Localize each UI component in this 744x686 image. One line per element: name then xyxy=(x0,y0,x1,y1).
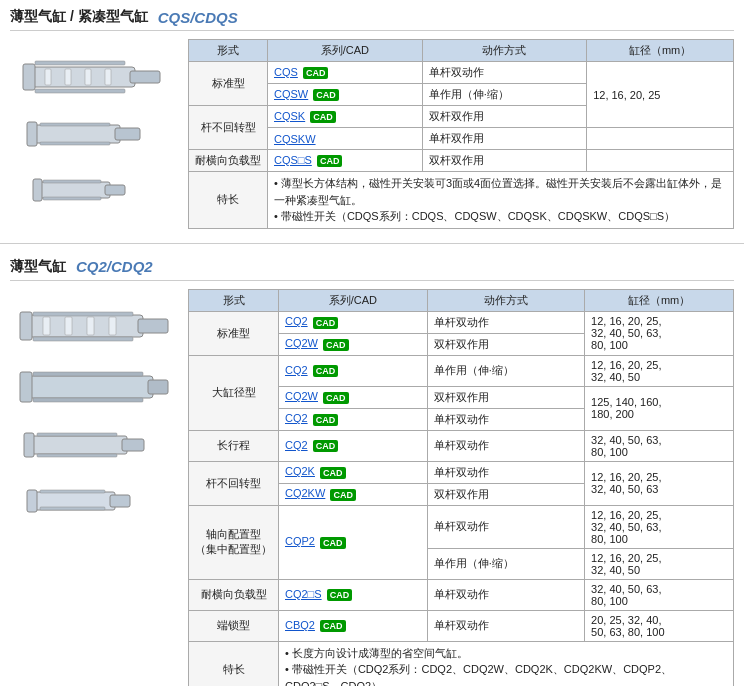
action-cell: 单杆双动作 xyxy=(427,461,584,483)
type-cell-standard2: 标准型 xyxy=(189,311,279,355)
series-link-cqsw[interactable]: CQSW xyxy=(274,88,308,100)
series-link-cq2k[interactable]: CQ2K xyxy=(285,465,315,477)
section1-table: 形式 系列/CAD 动作方式 缸径（mm） 标准型 CQS CAD 单杆双动作 … xyxy=(188,39,734,229)
type-cell-axial: 轴向配置型（集中配置型） xyxy=(189,505,279,579)
type-cell-feature: 特长 xyxy=(189,172,268,229)
type-cell-lateral2: 耐横向负载型 xyxy=(189,579,279,610)
table-row: 轴向配置型（集中配置型） CQP2 CAD 单杆双动作 12, 16, 20, … xyxy=(189,505,734,548)
svg-rect-20 xyxy=(138,319,168,333)
table-row: 特长 • 长度方向设计成薄型的省空间气缸。 • 带磁性开关（CDQ2系列：CDQ… xyxy=(189,641,734,686)
svg-rect-15 xyxy=(105,185,125,195)
svg-rect-7 xyxy=(85,69,91,85)
action-cell: 单杆双动作 xyxy=(422,62,586,84)
svg-rect-13 xyxy=(40,142,110,145)
type-cell-norot2: 杆不回转型 xyxy=(189,461,279,505)
svg-rect-22 xyxy=(33,312,133,316)
series-cell: CQ2 CAD xyxy=(279,311,428,333)
action-cell: 单作用（伸·缩） xyxy=(427,548,584,579)
table-row: CQSKW 单杆双作用 xyxy=(189,128,734,150)
series-link-cq2s[interactable]: CQ2□S xyxy=(285,588,322,600)
feature-cell2: • 长度方向设计成薄型的省空间气缸。 • 带磁性开关（CDQ2系列：CDQ2、C… xyxy=(279,641,734,686)
svg-rect-37 xyxy=(37,454,117,457)
series-link-cqsk[interactable]: CQSK xyxy=(274,110,305,122)
section-cq2-cdq2: 薄型气缸 CQ2/CDQ2 xyxy=(0,250,744,687)
product-image-2 xyxy=(15,110,175,160)
series-link-cq2[interactable]: CQ2 xyxy=(285,315,308,327)
svg-rect-25 xyxy=(65,317,72,335)
bore-cell: 125, 140, 160,180, 200 xyxy=(585,386,734,430)
svg-rect-30 xyxy=(20,372,32,402)
product-image-1 xyxy=(15,49,175,104)
cad-badge: CAD xyxy=(317,155,343,167)
series-cell: CQ2W CAD xyxy=(279,333,428,355)
type-cell-standard: 标准型 xyxy=(189,62,268,106)
series-link-cq2kw[interactable]: CQ2KW xyxy=(285,487,325,499)
svg-rect-41 xyxy=(40,490,105,493)
section-divider xyxy=(0,243,744,244)
cad-badge: CAD xyxy=(310,111,336,123)
series-link-cqss[interactable]: CQS□S xyxy=(274,154,312,166)
action-cell: 单杆双作用 xyxy=(422,128,586,150)
series-link-cq2-large[interactable]: CQ2 xyxy=(285,364,308,376)
section2-header: 薄型气缸 CQ2/CDQ2 xyxy=(10,258,734,281)
table-row: 标准型 CQ2 CAD 单杆双动作 12, 16, 20, 25,32, 40,… xyxy=(189,311,734,333)
th-series-2: 系列/CAD xyxy=(279,289,428,311)
series-cell: CQ2 CAD xyxy=(279,355,428,386)
cad-badge: CAD xyxy=(320,467,346,479)
action-cell: 双杆双作用 xyxy=(427,333,584,355)
svg-rect-27 xyxy=(109,317,116,335)
svg-rect-32 xyxy=(33,398,143,402)
series-cell: CQ2KW CAD xyxy=(279,483,428,505)
cad-badge: CAD xyxy=(320,620,346,632)
series-cell: CQSW CAD xyxy=(268,84,423,106)
bore-cell: 32, 40, 50, 63,80, 100 xyxy=(585,579,734,610)
th-action-2: 动作方式 xyxy=(427,289,584,311)
section1-content: 形式 系列/CAD 动作方式 缸径（mm） 标准型 CQS CAD 单杆双动作 … xyxy=(10,39,734,229)
series-link-cq2w[interactable]: CQ2W xyxy=(285,337,318,349)
series-link-cbq2[interactable]: CBQ2 xyxy=(285,619,315,631)
svg-rect-33 xyxy=(27,436,127,454)
series-link-cqs[interactable]: CQS xyxy=(274,66,298,78)
section2-table: 形式 系列/CAD 动作方式 缸径（mm） 标准型 CQ2 CAD 单杆双动作 … xyxy=(188,289,734,687)
section-cqs-cdqs: 薄型气缸 / 紧凑型气缸 CQS/CDQS xyxy=(0,0,744,237)
svg-rect-3 xyxy=(35,61,125,65)
series-cell: CQ2 CAD xyxy=(279,408,428,430)
svg-rect-40 xyxy=(27,490,37,512)
section1-header: 薄型气缸 / 紧凑型气缸 CQS/CDQS xyxy=(10,8,734,31)
type-cell-large: 大缸径型 xyxy=(189,355,279,430)
svg-rect-21 xyxy=(20,312,32,340)
series-cell: CQSK CAD xyxy=(268,106,423,128)
bore-cell xyxy=(587,128,734,150)
type-cell-longstroke: 长行程 xyxy=(189,430,279,461)
table-row: 耐横向负载型 CQS□S CAD 双杆双作用 xyxy=(189,150,734,172)
series-link-cqp2[interactable]: CQP2 xyxy=(285,535,315,547)
cad-badge: CAD xyxy=(320,537,346,549)
type-cell-endlock: 端锁型 xyxy=(189,610,279,641)
svg-rect-16 xyxy=(33,179,42,201)
section2-title-jp: CQ2/CDQ2 xyxy=(76,258,153,275)
series-link-cq2w-large[interactable]: CQ2W xyxy=(285,390,318,402)
series-cell: CQP2 CAD xyxy=(279,505,428,579)
action-cell: 单杆双动作 xyxy=(427,505,584,548)
svg-rect-31 xyxy=(33,372,143,376)
product-image-cq2-2 xyxy=(15,360,175,415)
bore-cell: 12, 16, 20, 25,32, 40, 50, 63 xyxy=(585,461,734,505)
svg-rect-23 xyxy=(33,337,133,341)
type-cell-feature2: 特长 xyxy=(189,641,279,686)
svg-rect-26 xyxy=(87,317,94,335)
cad-badge: CAD xyxy=(313,414,339,426)
product-image-cq2-1 xyxy=(15,299,175,354)
section2-images xyxy=(10,289,180,687)
series-link-cqskw[interactable]: CQSKW xyxy=(274,133,316,145)
bore-cell: 12, 16, 20, 25 xyxy=(587,62,734,128)
series-link-cq2-long[interactable]: CQ2 xyxy=(285,412,308,424)
feature-cell: • 薄型长方体结构，磁性开关安装可3面或4面位置选择。磁性开关安装后不会露出缸体… xyxy=(268,172,734,229)
series-cell: CQS□S CAD xyxy=(268,150,423,172)
section2-content: 形式 系列/CAD 动作方式 缸径（mm） 标准型 CQ2 CAD 单杆双动作 … xyxy=(10,289,734,687)
svg-rect-4 xyxy=(35,89,125,93)
svg-rect-0 xyxy=(25,67,135,87)
series-link-cq2-ls[interactable]: CQ2 xyxy=(285,439,308,451)
svg-rect-12 xyxy=(40,123,110,126)
table-row: 端锁型 CBQ2 CAD 单杆双动作 20, 25, 32, 40,50, 63… xyxy=(189,610,734,641)
action-cell: 单杆双动作 xyxy=(427,430,584,461)
